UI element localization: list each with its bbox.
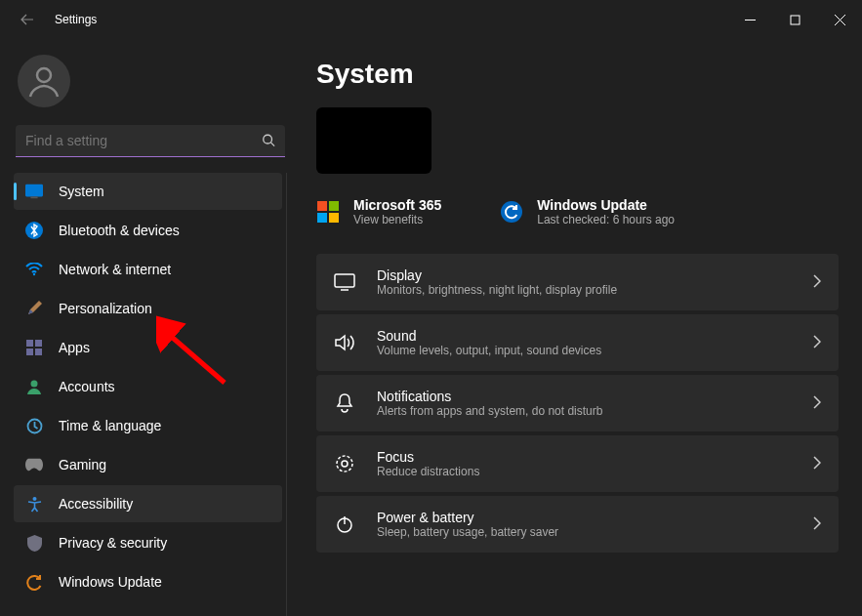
device-preview — [316, 107, 839, 174]
sidebar-item-accessibility[interactable]: Accessibility — [14, 485, 282, 522]
svg-rect-8 — [35, 340, 42, 347]
maximize-icon — [790, 15, 800, 25]
wifi-icon — [25, 261, 43, 278]
sidebar-nav: System Bluetooth & devices Network & int… — [14, 173, 287, 616]
sidebar: System Bluetooth & devices Network & int… — [0, 39, 293, 616]
sidebar-item-gaming[interactable]: Gaming — [14, 446, 282, 483]
card-title: Notifications — [377, 389, 792, 404]
focus-icon — [334, 453, 355, 474]
svg-point-6 — [33, 273, 35, 275]
svg-point-2 — [264, 135, 272, 144]
card-desc: Sleep, battery usage, battery saver — [377, 525, 792, 539]
sidebar-item-accounts[interactable]: Accounts — [14, 368, 282, 405]
svg-rect-19 — [335, 274, 354, 287]
tile-subtitle: View benefits — [353, 213, 441, 226]
svg-point-1 — [37, 68, 51, 82]
svg-point-20 — [337, 456, 352, 472]
sidebar-item-label: System — [59, 184, 104, 199]
minimize-icon — [745, 15, 756, 25]
sidebar-item-label: Accounts — [59, 379, 115, 394]
maximize-button[interactable] — [772, 0, 817, 39]
shield-icon — [25, 534, 43, 552]
sidebar-item-bluetooth[interactable]: Bluetooth & devices — [14, 212, 282, 249]
card-notifications[interactable]: Notifications Alerts from apps and syste… — [316, 375, 839, 431]
clock-icon — [25, 417, 43, 434]
svg-point-11 — [31, 381, 38, 388]
close-button[interactable] — [817, 0, 862, 39]
display-preview[interactable] — [316, 107, 431, 174]
chevron-right-icon — [813, 335, 821, 351]
back-arrow-icon — [20, 12, 35, 27]
svg-point-18 — [501, 201, 522, 223]
svg-rect-15 — [329, 201, 339, 211]
search-icon — [262, 133, 275, 149]
avatar[interactable] — [18, 55, 70, 107]
tile-title: Microsoft 365 — [353, 197, 441, 213]
svg-rect-10 — [35, 349, 42, 355]
page-title: System — [316, 59, 839, 90]
search-input[interactable] — [16, 125, 285, 157]
svg-rect-7 — [26, 340, 33, 347]
sound-icon — [334, 332, 355, 353]
tile-title: Windows Update — [537, 197, 675, 213]
sidebar-item-label: Privacy & security — [59, 535, 167, 551]
chevron-right-icon — [813, 456, 821, 472]
svg-rect-4 — [30, 196, 37, 198]
card-desc: Monitors, brightness, night light, displ… — [377, 283, 792, 297]
chevron-right-icon — [813, 395, 821, 412]
svg-rect-16 — [317, 213, 327, 223]
svg-rect-3 — [25, 185, 43, 197]
svg-rect-14 — [317, 201, 327, 211]
card-display[interactable]: Display Monitors, brightness, night ligh… — [316, 254, 839, 310]
titlebar: Settings — [0, 0, 862, 39]
chevron-right-icon — [813, 516, 821, 533]
bluetooth-icon — [25, 222, 43, 239]
card-focus[interactable]: Focus Reduce distractions — [316, 435, 839, 492]
card-title: Sound — [377, 328, 792, 344]
update-icon — [25, 573, 43, 591]
sidebar-item-label: Windows Update — [59, 574, 162, 590]
accessibility-icon — [25, 495, 43, 513]
svg-point-21 — [342, 461, 348, 467]
chevron-right-icon — [813, 274, 821, 291]
card-desc: Volume levels, output, input, sound devi… — [377, 344, 792, 357]
window-title: Settings — [55, 13, 97, 26]
card-desc: Reduce distractions — [377, 465, 792, 478]
display-icon — [334, 271, 355, 293]
apps-icon — [25, 339, 43, 356]
svg-rect-0 — [791, 16, 800, 24]
sidebar-item-label: Personalization — [59, 301, 152, 316]
sidebar-item-label: Bluetooth & devices — [59, 223, 180, 238]
svg-rect-17 — [329, 213, 339, 223]
sidebar-item-privacy[interactable]: Privacy & security — [14, 524, 282, 561]
paintbrush-icon — [25, 300, 43, 317]
card-sound[interactable]: Sound Volume levels, output, input, soun… — [316, 314, 839, 371]
sidebar-item-network[interactable]: Network & internet — [14, 251, 282, 288]
sidebar-item-time[interactable]: Time & language — [14, 407, 282, 444]
sidebar-item-label: Accessibility — [59, 496, 133, 512]
sidebar-item-personalization[interactable]: Personalization — [14, 290, 282, 327]
sidebar-item-label: Apps — [59, 340, 90, 355]
close-icon — [835, 15, 845, 25]
user-icon — [24, 62, 63, 101]
person-icon — [25, 378, 43, 395]
tile-microsoft365[interactable]: Microsoft 365 View benefits — [316, 197, 441, 226]
sidebar-item-system[interactable]: System — [14, 173, 282, 210]
bell-icon — [334, 392, 355, 414]
sidebar-item-apps[interactable]: Apps — [14, 329, 282, 366]
sidebar-item-update[interactable]: Windows Update — [14, 563, 282, 600]
card-title: Focus — [377, 449, 792, 465]
microsoft-icon — [316, 200, 340, 224]
settings-cards: Display Monitors, brightness, night ligh… — [316, 254, 839, 553]
system-icon — [25, 183, 43, 200]
svg-point-13 — [32, 497, 36, 501]
tile-subtitle: Last checked: 6 hours ago — [537, 213, 675, 226]
search-container — [16, 125, 285, 157]
minimize-button[interactable] — [727, 0, 772, 39]
card-title: Power & battery — [377, 510, 792, 525]
tile-windows-update[interactable]: Windows Update Last checked: 6 hours ago — [500, 197, 675, 226]
card-desc: Alerts from apps and system, do not dist… — [377, 404, 792, 418]
card-power[interactable]: Power & battery Sleep, battery usage, ba… — [316, 496, 839, 553]
back-button[interactable] — [8, 0, 47, 39]
svg-rect-9 — [26, 349, 33, 355]
